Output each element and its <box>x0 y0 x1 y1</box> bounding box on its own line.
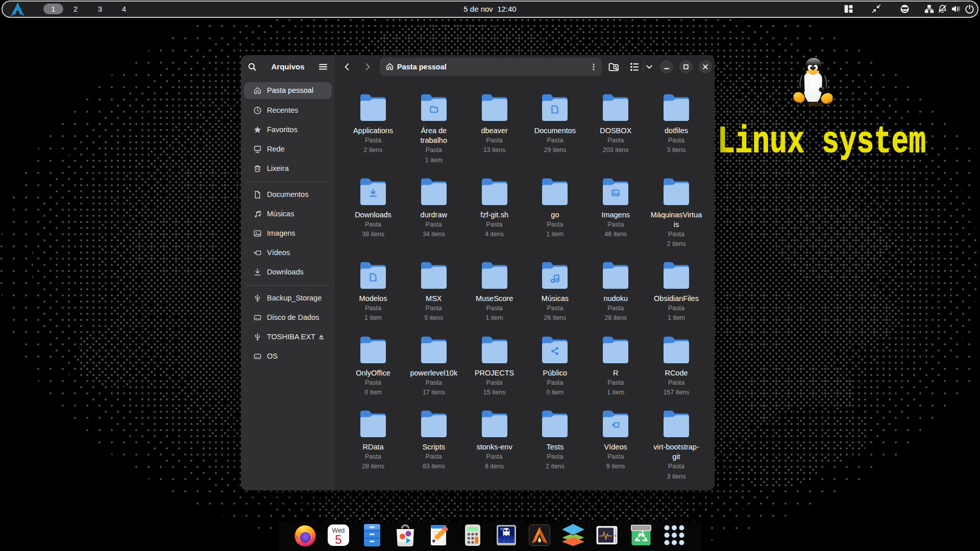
svg-text:5: 5 <box>335 533 341 546</box>
